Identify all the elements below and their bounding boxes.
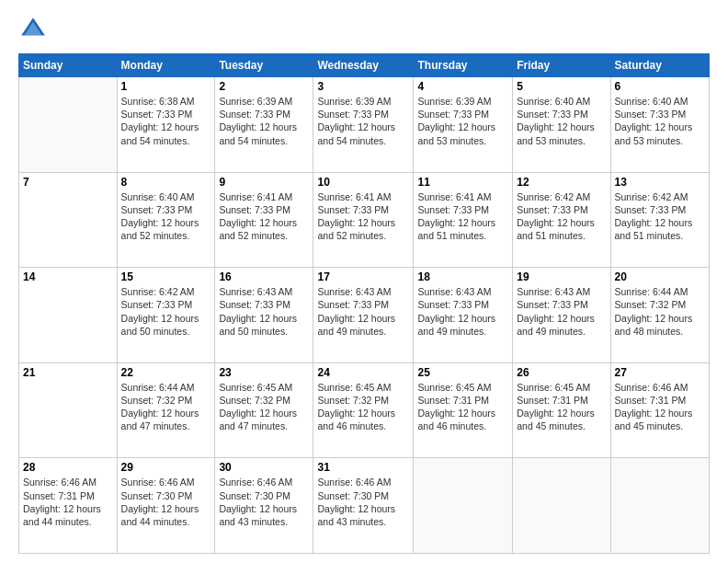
day-number: 5 xyxy=(517,80,606,93)
col-thursday: Thursday xyxy=(414,54,513,77)
calendar-cell: 31Sunrise: 6:46 AM Sunset: 7:30 PM Dayli… xyxy=(313,458,414,554)
day-info: Sunrise: 6:40 AM Sunset: 7:33 PM Dayligh… xyxy=(121,190,211,243)
day-number: 12 xyxy=(517,176,606,189)
day-info: Sunrise: 6:45 AM Sunset: 7:32 PM Dayligh… xyxy=(317,381,409,433)
col-friday: Friday xyxy=(513,54,610,77)
day-info: Sunrise: 6:41 AM Sunset: 7:33 PM Dayligh… xyxy=(317,190,409,243)
day-number: 17 xyxy=(317,270,409,283)
day-info: Sunrise: 6:41 AM Sunset: 7:33 PM Dayligh… xyxy=(417,190,508,243)
day-info: Sunrise: 6:46 AM Sunset: 7:31 PM Dayligh… xyxy=(23,476,113,528)
calendar-cell: 14 xyxy=(19,268,118,363)
calendar-cell: 2Sunrise: 6:39 AM Sunset: 7:33 PM Daylig… xyxy=(215,77,313,173)
col-wednesday: Wednesday xyxy=(313,54,414,77)
col-monday: Monday xyxy=(117,54,215,77)
calendar-cell: 18Sunrise: 6:43 AM Sunset: 7:33 PM Dayli… xyxy=(414,268,513,363)
calendar-week-row: 1Sunrise: 6:38 AM Sunset: 7:33 PM Daylig… xyxy=(19,77,710,173)
logo-icon xyxy=(18,15,48,44)
day-info: Sunrise: 6:45 AM Sunset: 7:32 PM Dayligh… xyxy=(219,381,309,433)
day-number: 31 xyxy=(317,461,409,474)
header xyxy=(18,15,710,44)
calendar-cell: 7 xyxy=(19,172,118,268)
day-number: 28 xyxy=(23,461,113,474)
calendar-cell: 25Sunrise: 6:45 AM Sunset: 7:31 PM Dayli… xyxy=(414,362,513,458)
calendar-cell: 12Sunrise: 6:42 AM Sunset: 7:33 PM Dayli… xyxy=(513,172,610,268)
day-number: 22 xyxy=(121,366,211,379)
day-number: 24 xyxy=(317,366,409,379)
calendar-cell: 21 xyxy=(19,362,118,458)
day-number: 10 xyxy=(317,176,409,189)
day-number: 13 xyxy=(615,176,705,189)
day-number: 18 xyxy=(417,270,508,283)
calendar-cell: 28Sunrise: 6:46 AM Sunset: 7:31 PM Dayli… xyxy=(19,458,118,554)
calendar-cell: 29Sunrise: 6:46 AM Sunset: 7:30 PM Dayli… xyxy=(117,458,215,554)
calendar-table: Sunday Monday Tuesday Wednesday Thursday… xyxy=(18,53,710,554)
day-number: 26 xyxy=(517,366,606,379)
calendar-cell: 8Sunrise: 6:40 AM Sunset: 7:33 PM Daylig… xyxy=(117,172,215,268)
calendar-cell: 24Sunrise: 6:45 AM Sunset: 7:32 PM Dayli… xyxy=(313,362,414,458)
day-number: 1 xyxy=(121,80,211,93)
calendar-cell: 4Sunrise: 6:39 AM Sunset: 7:33 PM Daylig… xyxy=(414,77,513,173)
col-sunday: Sunday xyxy=(19,54,118,77)
calendar-cell xyxy=(513,458,610,554)
calendar-cell: 9Sunrise: 6:41 AM Sunset: 7:33 PM Daylig… xyxy=(215,172,313,268)
day-number: 30 xyxy=(219,461,309,474)
day-number: 8 xyxy=(121,176,211,189)
day-info: Sunrise: 6:46 AM Sunset: 7:30 PM Dayligh… xyxy=(121,476,211,528)
page: Sunday Monday Tuesday Wednesday Thursday… xyxy=(0,0,728,563)
day-info: Sunrise: 6:43 AM Sunset: 7:33 PM Dayligh… xyxy=(219,285,309,338)
day-info: Sunrise: 6:38 AM Sunset: 7:33 PM Dayligh… xyxy=(121,95,211,147)
calendar-cell: 19Sunrise: 6:43 AM Sunset: 7:33 PM Dayli… xyxy=(513,268,610,363)
day-info: Sunrise: 6:44 AM Sunset: 7:32 PM Dayligh… xyxy=(615,285,705,338)
day-number: 29 xyxy=(121,461,211,474)
day-info: Sunrise: 6:42 AM Sunset: 7:33 PM Dayligh… xyxy=(517,190,606,243)
calendar-cell: 23Sunrise: 6:45 AM Sunset: 7:32 PM Dayli… xyxy=(215,362,313,458)
calendar-cell: 20Sunrise: 6:44 AM Sunset: 7:32 PM Dayli… xyxy=(610,268,709,363)
calendar-cell: 17Sunrise: 6:43 AM Sunset: 7:33 PM Dayli… xyxy=(313,268,414,363)
day-number: 11 xyxy=(417,176,508,189)
calendar-week-row: 2122Sunrise: 6:44 AM Sunset: 7:32 PM Day… xyxy=(19,362,710,458)
calendar-header-row: Sunday Monday Tuesday Wednesday Thursday… xyxy=(19,54,710,77)
calendar-cell: 13Sunrise: 6:42 AM Sunset: 7:33 PM Dayli… xyxy=(610,172,709,268)
calendar-cell: 6Sunrise: 6:40 AM Sunset: 7:33 PM Daylig… xyxy=(610,77,709,173)
day-info: Sunrise: 6:46 AM Sunset: 7:30 PM Dayligh… xyxy=(219,476,309,528)
logo xyxy=(18,15,51,44)
day-info: Sunrise: 6:43 AM Sunset: 7:33 PM Dayligh… xyxy=(417,285,508,338)
day-number: 7 xyxy=(23,176,113,189)
day-info: Sunrise: 6:43 AM Sunset: 7:33 PM Dayligh… xyxy=(517,285,606,338)
calendar-cell: 10Sunrise: 6:41 AM Sunset: 7:33 PM Dayli… xyxy=(313,172,414,268)
day-info: Sunrise: 6:42 AM Sunset: 7:33 PM Dayligh… xyxy=(615,190,705,243)
day-info: Sunrise: 6:45 AM Sunset: 7:31 PM Dayligh… xyxy=(417,381,508,433)
day-info: Sunrise: 6:43 AM Sunset: 7:33 PM Dayligh… xyxy=(317,285,409,338)
calendar-cell: 26Sunrise: 6:45 AM Sunset: 7:31 PM Dayli… xyxy=(513,362,610,458)
col-tuesday: Tuesday xyxy=(215,54,313,77)
calendar-week-row: 78Sunrise: 6:40 AM Sunset: 7:33 PM Dayli… xyxy=(19,172,710,268)
day-info: Sunrise: 6:39 AM Sunset: 7:33 PM Dayligh… xyxy=(417,95,508,147)
day-info: Sunrise: 6:46 AM Sunset: 7:31 PM Dayligh… xyxy=(615,381,705,433)
day-number: 3 xyxy=(317,80,409,93)
day-number: 27 xyxy=(615,366,705,379)
calendar-cell xyxy=(610,458,709,554)
calendar-cell: 3Sunrise: 6:39 AM Sunset: 7:33 PM Daylig… xyxy=(313,77,414,173)
calendar-cell: 27Sunrise: 6:46 AM Sunset: 7:31 PM Dayli… xyxy=(610,362,709,458)
day-info: Sunrise: 6:42 AM Sunset: 7:33 PM Dayligh… xyxy=(121,285,211,338)
day-number: 25 xyxy=(417,366,508,379)
calendar-cell: 16Sunrise: 6:43 AM Sunset: 7:33 PM Dayli… xyxy=(215,268,313,363)
calendar-cell: 1Sunrise: 6:38 AM Sunset: 7:33 PM Daylig… xyxy=(117,77,215,173)
day-number: 16 xyxy=(219,270,309,283)
day-number: 9 xyxy=(219,176,309,189)
day-number: 23 xyxy=(219,366,309,379)
calendar-week-row: 28Sunrise: 6:46 AM Sunset: 7:31 PM Dayli… xyxy=(19,458,710,554)
day-number: 20 xyxy=(615,270,705,283)
calendar-cell xyxy=(19,77,118,173)
day-info: Sunrise: 6:40 AM Sunset: 7:33 PM Dayligh… xyxy=(615,95,705,147)
day-number: 2 xyxy=(219,80,309,93)
day-info: Sunrise: 6:39 AM Sunset: 7:33 PM Dayligh… xyxy=(317,95,409,147)
calendar-week-row: 1415Sunrise: 6:42 AM Sunset: 7:33 PM Day… xyxy=(19,268,710,363)
calendar-cell: 5Sunrise: 6:40 AM Sunset: 7:33 PM Daylig… xyxy=(513,77,610,173)
day-info: Sunrise: 6:40 AM Sunset: 7:33 PM Dayligh… xyxy=(517,95,606,147)
day-number: 19 xyxy=(517,270,606,283)
day-number: 14 xyxy=(23,270,113,283)
day-number: 21 xyxy=(23,366,113,379)
calendar-cell xyxy=(414,458,513,554)
day-number: 6 xyxy=(615,80,705,93)
